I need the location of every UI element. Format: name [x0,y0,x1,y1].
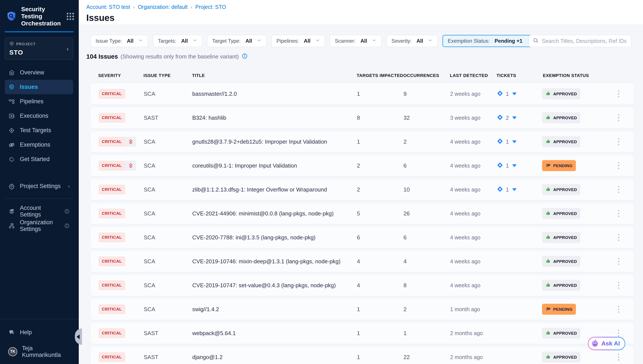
occurrences: 2 [403,306,406,313]
row-menu-kebab[interactable] [615,208,622,219]
issue-row[interactable]: CRITICAL SCA gnutls28@3.7.9-2+deb12u5: I… [91,131,634,152]
exemption-status-badge: APPROVED [542,136,580,147]
info-circle-icon[interactable] [242,53,248,60]
filter-exemption-status[interactable]: Exemption Status: Pending +1 [443,35,537,47]
issues-note: (Showing results only from the baseline … [121,53,239,60]
filter-targets[interactable]: Targets: All [153,35,202,47]
sidebar-item-overview[interactable]: Overview [5,65,73,80]
issue-row[interactable]: CRITICAL SCA bassmaster//1.2.0 1 9 2 wee… [91,83,634,104]
ticket-dropdown-caret[interactable] [512,188,516,191]
sidebar-item-pipelines[interactable]: Pipelines [5,94,73,109]
filter-scanner[interactable]: Scanner: All [330,35,381,47]
filter-pipelines[interactable]: Pipelines: All [271,35,325,47]
exemption-cell: APPROVED [542,328,580,339]
help-button[interactable]: ? Help [5,325,73,340]
sidebar-item-issues[interactable]: Issues [5,80,73,94]
ticket-dropdown-caret[interactable] [512,116,516,119]
issue-row[interactable]: CRITICAL SAST webpack@5.64.1 1 1 2 month… [91,322,634,344]
issue-row[interactable]: CRITICAL SCA coreutils@9.1-1: Improper I… [91,155,634,176]
issue-row[interactable]: CRITICAL SCA CVE-2019-10747: set-value@0… [91,274,634,296]
sidebar-item-exemptions[interactable]: Exemptions [5,138,73,152]
breadcrumb-account-link[interactable]: Account: STO test [86,4,130,10]
exemption-cell: APPROVED [542,136,580,147]
tickets-cell[interactable]: 1 [497,162,516,169]
exemption-status-badge: APPROVED [542,280,580,291]
tickets-cell[interactable]: 2 [497,114,516,122]
issue-row[interactable]: CRITICAL SCA CVE-2021-44906: minimist@0.… [91,203,634,224]
row-menu-kebab[interactable] [615,88,622,100]
issue-row[interactable]: CRITICAL SCA zlib@1:1.2.13.dfsg-1: Integ… [91,179,634,200]
row-menu-kebab[interactable] [615,184,622,195]
issue-type: SCA [144,258,155,265]
tickets-cell[interactable]: 1 [497,138,516,145]
ticket-dropdown-caret[interactable] [512,164,516,167]
user-menu[interactable]: TK Teja Kummarikuntla [5,344,73,359]
exemption-status-text: PENDING [553,307,572,312]
breadcrumb-project-link[interactable]: Project: STO [195,4,226,10]
issue-type: SCA [144,282,155,289]
exemption-cell: APPROVED [542,112,580,123]
ticket-dropdown-caret[interactable] [512,140,516,143]
issue-row[interactable]: CRITICAL SAST django@1.2 1 22 2 months a… [91,346,634,364]
occurrences: 22 [403,354,410,360]
gear-icon [8,183,15,190]
info-circle-icon[interactable] [64,208,70,214]
issue-row[interactable]: CRITICAL SAST B324: hashlib 8 32 3 weeks… [91,107,634,128]
app-title: Security Testing Orchestration [21,6,62,27]
sidebar-item-executions[interactable]: Executions [5,109,73,123]
exemption-status-badge: APPROVED [542,232,580,243]
issue-row[interactable]: CRITICAL SCA CVE-2019-10746: mixin-deep@… [91,250,634,272]
exemption-status-text: APPROVED [553,92,577,96]
targets-impacted: 1 [357,306,360,313]
sidebar-item-account-settings[interactable]: Account Settings [5,204,73,218]
row-menu-kebab[interactable] [615,112,622,123]
issue-title: webpack@5.64.1 [192,330,236,336]
sidebar-item-test-targets[interactable]: Test Targets [5,123,73,138]
issue-row[interactable]: CRITICAL SCA CVE-2020-7788: ini@1.3.5 (l… [91,227,634,248]
exemption-status-badge: APPROVED [542,184,580,195]
severity-badge: CRITICAL [98,328,125,338]
thumbs-up-icon [545,258,551,265]
issue-row[interactable]: CRITICAL SCA swig//1.4.2 1 2 1 month ago… [91,298,634,320]
row-menu-kebab[interactable] [615,280,622,291]
sidebar-item-get-started[interactable]: Get Started [5,152,73,166]
breadcrumb-organization-link[interactable]: Organization: default [138,4,188,10]
app-switcher-grid-icon[interactable] [67,13,74,20]
exemption-cell: APPROVED [542,256,580,267]
ask-ai-button[interactable]: Ask AI [588,337,625,350]
severity-badge: CRITICAL [98,304,125,314]
sidebar-item-organization-settings[interactable]: Organization Settings [5,218,73,233]
search-input[interactable] [542,38,627,44]
project-selector[interactable]: PROJECT STO › [5,38,73,60]
exemption-status-badge: APPROVED [542,208,580,219]
org-chart-gear-icon [8,222,15,229]
row-menu-kebab[interactable] [615,232,622,243]
chevron-right-icon: › [68,183,70,189]
chevron-right-icon: › [191,4,192,10]
exemption-status-text: APPROVED [553,211,577,216]
row-menu-kebab[interactable] [615,256,622,267]
row-menu-kebab[interactable] [615,352,622,363]
occurrences: 9 [403,90,406,97]
tickets-cell[interactable]: 1 [497,186,516,193]
col-last-detected: LAST DETECTED [450,73,488,78]
row-menu-kebab[interactable] [615,304,622,315]
severity-cell: CRITICAL [98,328,125,338]
row-menu-kebab[interactable] [615,160,622,171]
thumbs-up-icon [545,234,551,241]
row-menu-kebab[interactable] [615,136,622,147]
tickets-cell[interactable]: 1 [497,90,516,98]
home-icon [8,69,15,76]
issue-title: swig//1.4.2 [192,306,219,313]
filter-severity[interactable]: Severity: All [386,35,438,47]
info-circle-icon[interactable] [64,223,70,228]
thumbs-up-icon [545,114,551,121]
sidebar-item-project-settings[interactable]: Project Settings › [5,179,73,194]
ticket-dropdown-caret[interactable] [512,92,516,95]
progress-circle-icon [8,156,15,163]
issues-table: SEVERITY ISSUE TYPE TITLE TARGETS IMPACT… [91,69,634,364]
filter-issue-type[interactable]: Issue Type: All [91,35,148,47]
filter-target-type[interactable]: Target Type: All [207,35,266,47]
chevron-down-icon [193,38,197,44]
thumbs-up-icon [545,282,551,289]
